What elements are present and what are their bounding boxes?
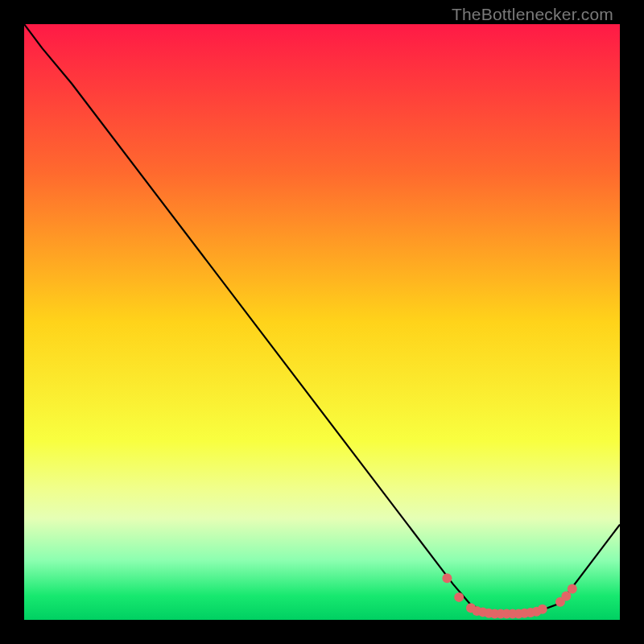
chart-svg — [24, 24, 620, 620]
watermark-text: TheBottlenecker.com — [452, 5, 613, 24]
marker-point — [538, 605, 547, 614]
marker-point — [568, 584, 577, 594]
gradient-background — [24, 24, 620, 620]
marker-point — [442, 573, 452, 583]
marker-point — [454, 592, 464, 602]
